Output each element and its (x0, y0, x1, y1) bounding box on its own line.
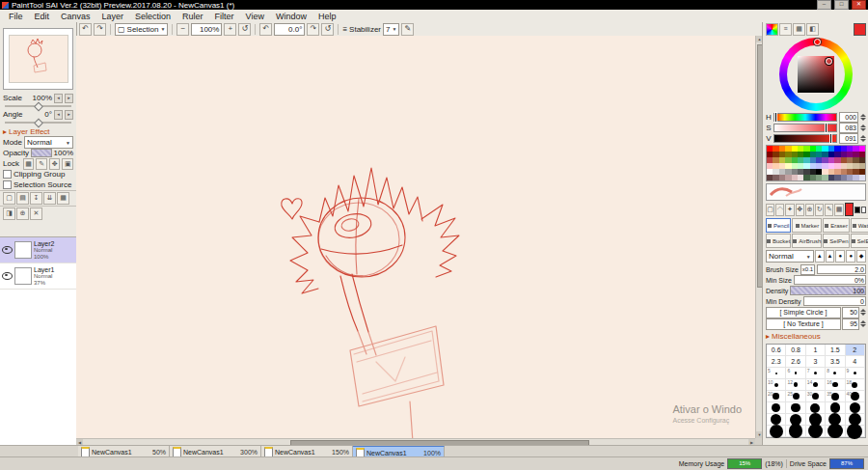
tool-selpen[interactable]: SelPen (823, 234, 849, 248)
new-layer-button[interactable]: ▢ (3, 192, 15, 205)
brush-tip-icon[interactable]: ▲ (826, 250, 835, 263)
brush-size-cell[interactable] (767, 402, 786, 414)
brush-size-cell[interactable]: 9 (846, 368, 865, 379)
menu-ruler[interactable]: Ruler (176, 10, 209, 22)
brush-size-cell[interactable]: 5 (767, 368, 786, 379)
angle-value[interactable]: 0.0° (274, 23, 305, 36)
brush-tip-icon[interactable]: ● (835, 250, 845, 263)
brush-size-cell[interactable]: 18 (846, 379, 865, 391)
brush-size-cell[interactable]: 10 (767, 379, 786, 391)
hue-marker[interactable] (814, 39, 821, 45)
brush-size-cell[interactable]: 3.5 (826, 356, 845, 368)
layer-visibility-icon[interactable] (2, 246, 13, 254)
canvas[interactable]: Ativar o Windo Acesse Configuraç (76, 36, 755, 438)
scale-increase-button[interactable]: ▸ (65, 94, 73, 103)
brush-blend-mode-dropdown[interactable]: Normal ▼ (766, 250, 814, 263)
scale-slider[interactable] (5, 103, 71, 109)
eyedropper-icon[interactable]: ✎ (825, 204, 833, 216)
menu-edit[interactable]: Edit (29, 10, 56, 22)
menu-help[interactable]: Help (312, 10, 342, 22)
brush-size-cell[interactable]: 16 (826, 379, 845, 391)
opacity-slider[interactable] (31, 149, 51, 157)
min-size-slider[interactable]: 0% (794, 275, 866, 285)
brush-size-cell[interactable]: 1.5 (826, 345, 845, 356)
brush-size-cell[interactable] (767, 426, 786, 437)
brush-size-cell[interactable]: 2 (846, 345, 865, 356)
brush-size-cell[interactable] (786, 402, 805, 414)
rotate-cw-button[interactable]: ↷ (307, 23, 319, 36)
rotate-ccw-button[interactable]: ↶ (259, 23, 272, 36)
menu-layer[interactable]: Layer (96, 10, 130, 22)
brush-shape-dropdown[interactable]: [ Simple Circle ] (766, 307, 841, 318)
color-mixer-pad[interactable] (766, 183, 866, 201)
rgb-slider-tab[interactable]: ≡ (779, 23, 792, 36)
layer-visibility-icon[interactable] (2, 272, 13, 280)
brush-size-cell[interactable]: 25 (786, 391, 805, 402)
brush-size-cell[interactable] (786, 426, 805, 437)
color-wheel-tab[interactable]: ◍ (766, 23, 778, 36)
density-slider[interactable]: 100 (790, 286, 866, 295)
hue-slider[interactable] (773, 113, 837, 122)
palette-swatch[interactable] (859, 175, 865, 180)
redo-button[interactable]: ↷ (94, 23, 106, 36)
angle-increase-button[interactable]: ▸ (65, 110, 73, 120)
brush-shape-value[interactable]: 50 (842, 307, 859, 318)
h-spinner[interactable] (860, 114, 866, 121)
layer-item-layer2[interactable]: Layer2 Normal 100% (0, 237, 76, 263)
tool-marker[interactable]: Marker (792, 218, 822, 233)
angle-slider[interactable] (5, 120, 71, 125)
sv-cursor[interactable] (826, 58, 832, 65)
selection-source-checkbox[interactable] (3, 180, 12, 189)
s-value[interactable]: 083 (839, 123, 858, 133)
texture-spinner[interactable] (860, 320, 866, 327)
brush-texture-dropdown[interactable]: [ No Texture ] (766, 318, 841, 330)
close-button[interactable]: ✕ (852, 0, 866, 10)
angle-reset-button[interactable]: ↺ (321, 23, 334, 36)
brush-size-cell[interactable]: 14 (806, 379, 826, 391)
layer-item-layer1[interactable]: Layer1 Normal 37% (0, 263, 76, 290)
black-swatch[interactable] (854, 207, 859, 213)
layer-mask-button[interactable]: ◨ (3, 207, 15, 220)
v-spinner[interactable] (860, 135, 866, 142)
brush-size-cell[interactable]: 2.3 (767, 356, 786, 368)
brush-size-cell[interactable]: 2.6 (786, 356, 805, 368)
brush-size-cell[interactable] (846, 426, 865, 437)
new-folder-button[interactable]: ▤ (16, 192, 29, 205)
scale-decrease-button[interactable]: ◂ (54, 94, 63, 103)
brush-size-cell[interactable]: 30 (806, 391, 826, 402)
stabilizer-dropdown[interactable]: 7 ▼ (383, 23, 399, 36)
brush-size-cell[interactable] (806, 426, 826, 437)
brush-size-cell[interactable]: 1 (806, 345, 826, 356)
brush-size-cell[interactable] (806, 402, 826, 414)
scratchpad-tab[interactable]: ◧ (806, 23, 819, 36)
selection-mode-dropdown[interactable]: ▢ Selection ▼ (115, 23, 168, 36)
zoom-value[interactable]: 100% (191, 23, 222, 36)
lock-move-icon[interactable]: ✥ (49, 158, 61, 170)
zoom-tool-icon[interactable]: ⊕ (805, 204, 814, 216)
h-value[interactable]: 000 (839, 112, 858, 123)
brush-size-cell[interactable]: 0.8 (786, 345, 805, 356)
lock-all-icon[interactable]: ▣ (62, 158, 73, 170)
brush-texture-value[interactable]: 95 (842, 318, 859, 330)
brush-tip-icon[interactable]: ▲ (815, 250, 825, 263)
clear-layer-button[interactable]: ▦ (57, 192, 69, 205)
maximize-button[interactable]: □ (834, 0, 849, 10)
tool-eraser[interactable]: Eraser (823, 218, 849, 233)
rotate-tool-icon[interactable]: ↻ (815, 204, 824, 216)
menu-window[interactable]: Window (270, 10, 312, 22)
zoom-in-button[interactable]: + (224, 23, 236, 36)
brush-size-cell[interactable]: 35 (826, 391, 845, 402)
magic-wand-icon[interactable]: ✦ (785, 204, 794, 216)
menu-file[interactable]: File (3, 10, 29, 22)
menu-selection[interactable]: Selection (129, 10, 176, 22)
white-swatch[interactable] (861, 207, 866, 213)
brush-size-cell[interactable]: 7 (806, 368, 826, 379)
merge-down-button[interactable]: ⇊ (43, 192, 56, 205)
brush-size-cell[interactable] (826, 426, 845, 437)
s-spinner[interactable] (860, 124, 866, 131)
min-density-slider[interactable]: 0 (803, 296, 866, 306)
value-slider[interactable] (773, 134, 837, 143)
angle-decrease-button[interactable]: ◂ (54, 110, 63, 120)
clipping-group-checkbox[interactable] (3, 170, 12, 179)
pen-pressure-toggle[interactable]: ✎ (401, 23, 414, 36)
